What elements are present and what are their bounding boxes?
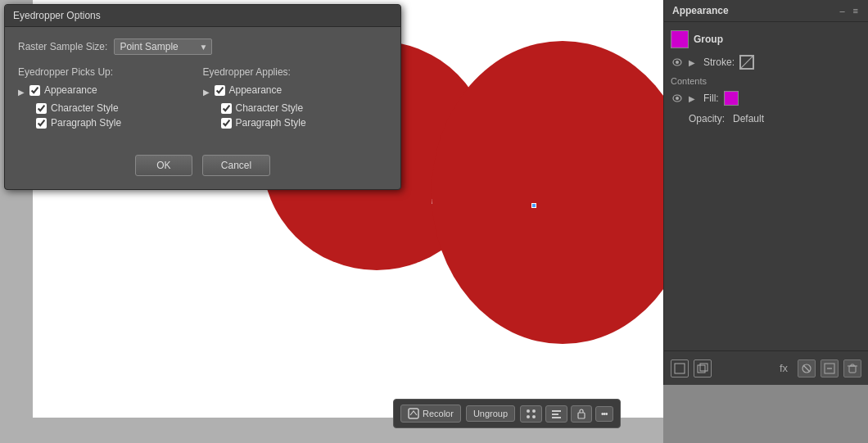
- picks-appearance-label: Appearance: [44, 84, 97, 96]
- fill-eye-icon: [671, 93, 683, 104]
- ungroup-label: Ungroup: [473, 409, 508, 418]
- svg-line-11: [741, 57, 753, 68]
- picks-character-style-checkbox[interactable]: [36, 103, 47, 114]
- duplicate-item-button[interactable]: [694, 359, 712, 377]
- reduce-to-basic-button[interactable]: [821, 359, 839, 377]
- eye-icon: [671, 57, 683, 68]
- opacity-row: Opacity: Default: [664, 109, 868, 129]
- columns-row: Eyedropper Picks Up: ▶ Appearance Charac…: [18, 66, 387, 132]
- appearance-panel: Appearance – ≡ Group ▶ Stroke:: [663, 0, 868, 385]
- svg-rect-7: [552, 417, 561, 418]
- applies-paragraph-style-checkbox[interactable]: [221, 118, 232, 129]
- svg-rect-21: [849, 366, 856, 373]
- applies-paragraph-style-label: Paragraph Style: [236, 117, 306, 129]
- fx-button[interactable]: fx: [775, 359, 793, 377]
- svg-line-18: [803, 365, 810, 372]
- applies-appearance-row: ▶ Appearance: [203, 84, 388, 99]
- group-row: Group: [664, 27, 868, 52]
- applies-sub-items: Character Style Paragraph Style: [203, 102, 388, 129]
- stroke-none-icon: [741, 57, 753, 68]
- applies-appearance-checkbox[interactable]: [215, 85, 225, 96]
- panel-footer: fx: [664, 350, 868, 385]
- group-color-swatch: [671, 30, 689, 48]
- applies-character-style-item: Character Style: [221, 102, 388, 114]
- fill-expand-icon[interactable]: ▶: [689, 94, 698, 103]
- opacity-value: Default: [733, 113, 764, 124]
- ungroup-button[interactable]: Ungroup: [466, 405, 515, 422]
- panel-titlebar: Appearance – ≡: [664, 0, 868, 22]
- dialog-titlebar: Eyedropper Options: [5, 5, 400, 27]
- applies-column: Eyedropper Applies: ▶ Appearance Charact…: [203, 66, 388, 132]
- picks-up-column: Eyedropper Picks Up: ▶ Appearance Charac…: [18, 66, 203, 132]
- svg-rect-16: [700, 364, 708, 371]
- picks-expand-appearance-icon[interactable]: ▶: [18, 88, 28, 97]
- picks-appearance-checkbox[interactable]: [29, 85, 40, 96]
- recolor-label: Recolor: [423, 409, 454, 418]
- distribute-button[interactable]: [520, 405, 542, 423]
- new-layer-icon: [674, 363, 685, 374]
- bottom-toolbar: Recolor Ungroup: [393, 399, 621, 428]
- applies-expand-appearance-icon[interactable]: ▶: [203, 88, 213, 97]
- more-icon: •••: [601, 409, 608, 418]
- dialog-footer: OK Cancel: [5, 143, 400, 189]
- svg-point-4: [532, 415, 536, 418]
- raster-sample-select[interactable]: Point Sample 3 by 3 Average 5 by 5 Avera…: [114, 38, 212, 55]
- recolor-icon: [408, 408, 419, 419]
- lock-icon: [576, 409, 586, 419]
- applies-paragraph-style-item: Paragraph Style: [221, 117, 388, 129]
- clear-appearance-button[interactable]: [798, 359, 816, 377]
- fill-swatch: [724, 91, 739, 106]
- svg-point-13: [676, 97, 679, 100]
- stroke-visibility-icon[interactable]: [671, 56, 684, 69]
- new-fill-layer-button[interactable]: [671, 359, 689, 377]
- dialog-title: Eyedropper Options: [13, 10, 101, 21]
- contents-label: Contents: [664, 73, 868, 88]
- picks-character-style-item: Character Style: [36, 102, 203, 114]
- picks-paragraph-style-label: Paragraph Style: [51, 117, 121, 129]
- stroke-row: ▶ Stroke:: [664, 52, 868, 73]
- align-button[interactable]: [545, 405, 567, 423]
- recolor-button[interactable]: Recolor: [400, 405, 461, 423]
- align-icon: [551, 409, 562, 419]
- distribute-icon: [526, 409, 536, 419]
- picks-appearance-row: ▶ Appearance: [18, 84, 203, 99]
- ok-button[interactable]: OK: [135, 155, 192, 176]
- more-button[interactable]: •••: [595, 406, 613, 422]
- opacity-label: Opacity:: [689, 113, 725, 124]
- stroke-expand-icon[interactable]: ▶: [689, 58, 698, 67]
- svg-point-10: [676, 61, 679, 64]
- applies-header: Eyedropper Applies:: [203, 66, 388, 78]
- group-label: Group: [694, 34, 861, 45]
- raster-label: Raster Sample Size:: [18, 41, 107, 52]
- lock-button[interactable]: [571, 405, 592, 423]
- delete-item-button[interactable]: [843, 359, 861, 377]
- picks-paragraph-style-checkbox[interactable]: [36, 118, 47, 129]
- panel-controls: – ≡: [838, 6, 860, 16]
- fill-visibility-icon[interactable]: [671, 92, 684, 105]
- svg-point-3: [527, 415, 530, 418]
- eyedropper-dialog: Eyedropper Options Raster Sample Size: P…: [4, 4, 401, 190]
- picks-up-header: Eyedropper Picks Up:: [18, 66, 203, 78]
- svg-rect-6: [552, 414, 558, 415]
- duplicate-icon: [697, 363, 708, 374]
- panel-menu-btn[interactable]: ≡: [852, 6, 860, 16]
- svg-point-2: [532, 409, 536, 413]
- picks-character-style-label: Character Style: [51, 102, 119, 114]
- trash-icon: [847, 363, 858, 374]
- picks-appearance-item: Appearance: [29, 84, 97, 96]
- raster-dropdown-wrapper: Point Sample 3 by 3 Average 5 by 5 Avera…: [114, 38, 212, 55]
- svg-rect-15: [698, 365, 705, 373]
- anchor-dot-right: [531, 203, 536, 208]
- fx-label: fx: [780, 362, 788, 374]
- clear-appearance-icon: [801, 363, 812, 374]
- dialog-body: Raster Sample Size: Point Sample 3 by 3 …: [5, 27, 400, 143]
- reduce-icon: [824, 363, 835, 374]
- panel-collapse-btn[interactable]: –: [838, 6, 846, 16]
- raster-row: Raster Sample Size: Point Sample 3 by 3 …: [18, 38, 387, 55]
- cancel-button[interactable]: Cancel: [202, 155, 270, 176]
- fill-label: Fill:: [703, 93, 719, 104]
- stroke-swatch: [739, 55, 754, 70]
- panel-title: Appearance: [672, 5, 729, 16]
- picks-sub-items: Character Style Paragraph Style: [18, 102, 203, 129]
- applies-character-style-checkbox[interactable]: [221, 103, 232, 114]
